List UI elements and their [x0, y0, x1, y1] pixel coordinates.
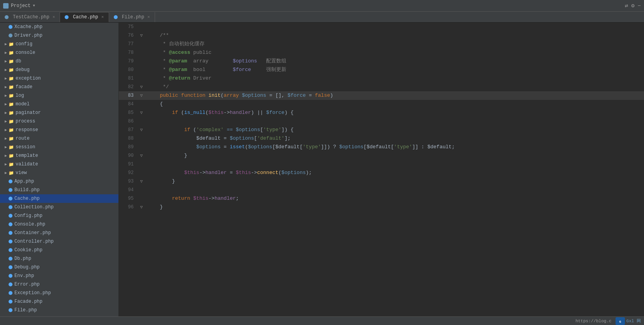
sidebar-folder-db[interactable]: db — [0, 57, 118, 66]
sidebar-folder-facade[interactable]: facade — [0, 83, 118, 91]
line-num-96: 96 — [119, 203, 138, 211]
sidebar-item-file[interactable]: File.php — [0, 306, 118, 314]
sidebar-folder-log[interactable]: log — [0, 91, 118, 100]
fold-95[interactable] — [138, 194, 145, 203]
fold-marker-87[interactable]: ▽ — [140, 128, 143, 132]
sidebar-item-cookie[interactable]: Cookie.php — [0, 246, 118, 254]
code-line-80: 80 * @param bool $force 强制更新 — [119, 66, 644, 74]
toolbar-split-icon[interactable]: ⇄ — [625, 2, 628, 9]
line-num-94: 94 — [119, 186, 138, 194]
sidebar-item-collection[interactable]: Collection.php — [0, 203, 118, 211]
tab-cache[interactable]: Cache.php × — [60, 12, 109, 22]
line-content-80: * @param bool $force 强制更新 — [145, 66, 644, 74]
fold-90[interactable]: ▽ — [138, 151, 145, 160]
file-dot-controller — [9, 240, 12, 243]
sidebar-folder-view[interactable]: view — [0, 169, 118, 177]
fold-94[interactable] — [138, 186, 145, 194]
line-num-95: 95 — [119, 194, 138, 203]
sidebar-folder-paginator[interactable]: paginator — [0, 108, 118, 117]
sidebar-item-app[interactable]: App.php — [0, 177, 118, 186]
fold-79[interactable] — [138, 57, 145, 66]
fold-marker-82[interactable]: ▽ — [140, 85, 143, 89]
sidebar-item-build[interactable]: Build.php — [0, 186, 118, 194]
fold-77[interactable] — [138, 40, 145, 48]
tab-file[interactable]: File.php × — [109, 12, 155, 22]
tab-close-cache[interactable]: × — [101, 15, 104, 20]
folder-icon-model — [9, 101, 14, 107]
sidebar-folder-model[interactable]: model — [0, 100, 118, 108]
fold-marker-83[interactable]: ▽ — [140, 93, 143, 98]
fold-87[interactable]: ▽ — [138, 126, 145, 134]
folder-icon-route — [9, 136, 14, 141]
fold-marker-85[interactable]: ▽ — [140, 110, 143, 115]
tab-close-testcache[interactable]: × — [53, 15, 55, 20]
line-num-79: 79 — [119, 57, 138, 66]
sidebar-item-facade[interactable]: Facade.php — [0, 297, 118, 306]
line-num-75: 75 — [119, 23, 138, 31]
arrow-session — [3, 144, 9, 150]
fold-marker-96[interactable]: ▽ — [140, 205, 143, 210]
fold-93[interactable]: ▽ — [138, 177, 145, 186]
tab-testcache[interactable]: TestCache.php × — [0, 12, 60, 22]
project-dropdown-icon[interactable]: ▼ — [33, 4, 35, 8]
file-dot-env — [9, 274, 12, 278]
sidebar-item-controller[interactable]: Controller.php — [0, 237, 118, 246]
sidebar-folder-response[interactable]: response — [0, 126, 118, 134]
sidebar-folder-debug[interactable]: debug — [0, 66, 118, 74]
code-editor[interactable]: 75 76 ▽ /** 77 * 自动初始化缓存 — [119, 23, 644, 316]
fold-96[interactable]: ▽ — [138, 203, 145, 211]
sidebar-item-db[interactable]: Db.php — [0, 254, 118, 263]
fold-82[interactable]: ▽ — [138, 83, 145, 91]
sidebar-item-config[interactable]: Config.php — [0, 211, 118, 220]
sidebar-folder-session[interactable]: session — [0, 143, 118, 151]
sidebar-folder-route[interactable]: route — [0, 134, 118, 143]
arrow-view — [3, 170, 9, 176]
fold-marker-90[interactable]: ▽ — [140, 153, 143, 158]
sidebar-folder-exception[interactable]: exception — [0, 74, 118, 83]
fold-86[interactable] — [138, 117, 145, 126]
sidebar-folder-config[interactable]: config — [0, 40, 118, 48]
arrow-validate — [3, 162, 9, 167]
sidebar-folder-template[interactable]: template — [0, 151, 118, 160]
code-line-91: 91 — [119, 160, 644, 169]
code-line-82: 82 ▽ */ — [119, 83, 644, 91]
fold-80[interactable] — [138, 66, 145, 74]
fold-marker-93[interactable]: ▽ — [140, 179, 143, 184]
fold-78[interactable] — [138, 48, 145, 57]
code-line-78: 78 * @access public — [119, 48, 644, 57]
toolbar-minimize-icon[interactable]: − — [638, 3, 641, 9]
sidebar-label-xcache: Xcache.php — [14, 24, 42, 30]
fold-75[interactable] — [138, 23, 145, 31]
project-label[interactable]: Project — [11, 3, 30, 9]
folder-icon-log — [9, 93, 14, 98]
sidebar-item-container[interactable]: Container.php — [0, 229, 118, 237]
sidebar-item-env[interactable]: Env.php — [0, 272, 118, 280]
fold-84[interactable] — [138, 100, 145, 108]
tab-close-file[interactable]: × — [147, 15, 150, 20]
sidebar-item-xcache[interactable]: Xcache.php — [0, 23, 118, 31]
fold-81[interactable] — [138, 74, 145, 83]
sidebar-item-error[interactable]: Error.php — [0, 280, 118, 289]
fold-85[interactable]: ▽ — [138, 108, 145, 117]
folder-icon-debug — [9, 67, 14, 73]
code-line-83: 83 ▽ public function init(array $options… — [119, 91, 644, 100]
fold-89[interactable] — [138, 143, 145, 151]
sidebar-item-driver[interactable]: Driver.php — [0, 31, 118, 40]
sidebar-item-cache[interactable]: Cache.php — [0, 194, 118, 203]
toolbar-settings-icon[interactable]: ⚙ — [631, 2, 634, 9]
fold-83[interactable]: ▽ — [138, 91, 145, 100]
arrow-console — [3, 50, 9, 55]
sidebar-item-console[interactable]: Console.php — [0, 220, 118, 229]
fold-92[interactable] — [138, 169, 145, 177]
sidebar-folder-console[interactable]: console — [0, 48, 118, 57]
folder-label-process: process — [16, 119, 35, 124]
sidebar-item-debug-php[interactable]: Debug.php — [0, 263, 118, 272]
fold-88[interactable] — [138, 134, 145, 143]
fold-91[interactable] — [138, 160, 145, 169]
folder-label-template: template — [16, 153, 38, 158]
fold-marker-76[interactable]: ▽ — [140, 33, 143, 38]
fold-76[interactable]: ▽ — [138, 31, 145, 40]
sidebar-item-exception[interactable]: Exception.php — [0, 289, 118, 297]
sidebar-folder-process[interactable]: process — [0, 117, 118, 126]
sidebar-folder-validate[interactable]: validate — [0, 160, 118, 169]
